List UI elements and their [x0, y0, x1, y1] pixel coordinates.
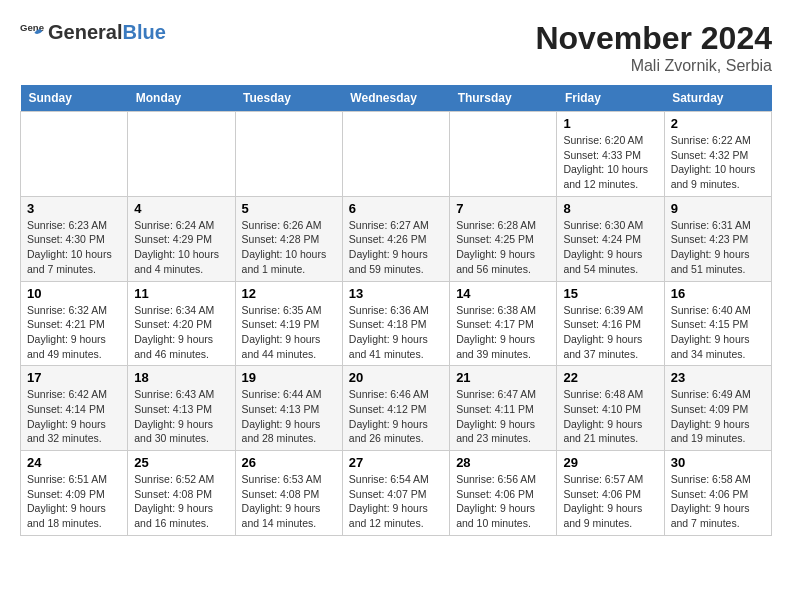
day-number: 14 [456, 286, 550, 301]
calendar-cell: 8Sunrise: 6:30 AM Sunset: 4:24 PM Daylig… [557, 196, 664, 281]
day-info: Sunrise: 6:24 AM Sunset: 4:29 PM Dayligh… [134, 218, 228, 277]
day-info: Sunrise: 6:40 AM Sunset: 4:15 PM Dayligh… [671, 303, 765, 362]
calendar-cell: 9Sunrise: 6:31 AM Sunset: 4:23 PM Daylig… [664, 196, 771, 281]
weekday-header-tuesday: Tuesday [235, 85, 342, 112]
day-info: Sunrise: 6:56 AM Sunset: 4:06 PM Dayligh… [456, 472, 550, 531]
day-number: 23 [671, 370, 765, 385]
calendar-cell: 18Sunrise: 6:43 AM Sunset: 4:13 PM Dayli… [128, 366, 235, 451]
calendar-cell: 13Sunrise: 6:36 AM Sunset: 4:18 PM Dayli… [342, 281, 449, 366]
day-number: 20 [349, 370, 443, 385]
weekday-header-saturday: Saturday [664, 85, 771, 112]
day-number: 26 [242, 455, 336, 470]
calendar-header: SundayMondayTuesdayWednesdayThursdayFrid… [21, 85, 772, 112]
day-number: 1 [563, 116, 657, 131]
day-number: 2 [671, 116, 765, 131]
calendar-cell: 28Sunrise: 6:56 AM Sunset: 4:06 PM Dayli… [450, 451, 557, 536]
calendar-cell: 12Sunrise: 6:35 AM Sunset: 4:19 PM Dayli… [235, 281, 342, 366]
day-number: 5 [242, 201, 336, 216]
calendar-cell: 27Sunrise: 6:54 AM Sunset: 4:07 PM Dayli… [342, 451, 449, 536]
day-info: Sunrise: 6:32 AM Sunset: 4:21 PM Dayligh… [27, 303, 121, 362]
day-info: Sunrise: 6:42 AM Sunset: 4:14 PM Dayligh… [27, 387, 121, 446]
logo-blue: Blue [122, 21, 165, 44]
day-info: Sunrise: 6:49 AM Sunset: 4:09 PM Dayligh… [671, 387, 765, 446]
day-number: 30 [671, 455, 765, 470]
day-info: Sunrise: 6:30 AM Sunset: 4:24 PM Dayligh… [563, 218, 657, 277]
calendar-cell: 25Sunrise: 6:52 AM Sunset: 4:08 PM Dayli… [128, 451, 235, 536]
day-info: Sunrise: 6:44 AM Sunset: 4:13 PM Dayligh… [242, 387, 336, 446]
day-number: 12 [242, 286, 336, 301]
calendar-cell: 7Sunrise: 6:28 AM Sunset: 4:25 PM Daylig… [450, 196, 557, 281]
day-info: Sunrise: 6:54 AM Sunset: 4:07 PM Dayligh… [349, 472, 443, 531]
day-info: Sunrise: 6:43 AM Sunset: 4:13 PM Dayligh… [134, 387, 228, 446]
weekday-header-wednesday: Wednesday [342, 85, 449, 112]
day-info: Sunrise: 6:35 AM Sunset: 4:19 PM Dayligh… [242, 303, 336, 362]
calendar-cell [21, 112, 128, 197]
calendar-cell: 21Sunrise: 6:47 AM Sunset: 4:11 PM Dayli… [450, 366, 557, 451]
calendar-cell: 30Sunrise: 6:58 AM Sunset: 4:06 PM Dayli… [664, 451, 771, 536]
day-number: 16 [671, 286, 765, 301]
day-number: 19 [242, 370, 336, 385]
day-number: 22 [563, 370, 657, 385]
day-number: 15 [563, 286, 657, 301]
day-number: 25 [134, 455, 228, 470]
day-info: Sunrise: 6:53 AM Sunset: 4:08 PM Dayligh… [242, 472, 336, 531]
title-area: November 2024 Mali Zvornik, Serbia [535, 20, 772, 75]
calendar-cell: 20Sunrise: 6:46 AM Sunset: 4:12 PM Dayli… [342, 366, 449, 451]
calendar-cell: 3Sunrise: 6:23 AM Sunset: 4:30 PM Daylig… [21, 196, 128, 281]
calendar-cell: 2Sunrise: 6:22 AM Sunset: 4:32 PM Daylig… [664, 112, 771, 197]
calendar-cell: 14Sunrise: 6:38 AM Sunset: 4:17 PM Dayli… [450, 281, 557, 366]
day-info: Sunrise: 6:22 AM Sunset: 4:32 PM Dayligh… [671, 133, 765, 192]
day-number: 13 [349, 286, 443, 301]
calendar-cell: 19Sunrise: 6:44 AM Sunset: 4:13 PM Dayli… [235, 366, 342, 451]
day-info: Sunrise: 6:51 AM Sunset: 4:09 PM Dayligh… [27, 472, 121, 531]
day-info: Sunrise: 6:20 AM Sunset: 4:33 PM Dayligh… [563, 133, 657, 192]
calendar-cell: 16Sunrise: 6:40 AM Sunset: 4:15 PM Dayli… [664, 281, 771, 366]
weekday-header-thursday: Thursday [450, 85, 557, 112]
day-number: 10 [27, 286, 121, 301]
day-info: Sunrise: 6:36 AM Sunset: 4:18 PM Dayligh… [349, 303, 443, 362]
day-number: 18 [134, 370, 228, 385]
weekday-header-sunday: Sunday [21, 85, 128, 112]
day-info: Sunrise: 6:57 AM Sunset: 4:06 PM Dayligh… [563, 472, 657, 531]
day-info: Sunrise: 6:31 AM Sunset: 4:23 PM Dayligh… [671, 218, 765, 277]
day-info: Sunrise: 6:38 AM Sunset: 4:17 PM Dayligh… [456, 303, 550, 362]
location-title: Mali Zvornik, Serbia [535, 57, 772, 75]
day-number: 21 [456, 370, 550, 385]
calendar-week-row: 24Sunrise: 6:51 AM Sunset: 4:09 PM Dayli… [21, 451, 772, 536]
day-info: Sunrise: 6:26 AM Sunset: 4:28 PM Dayligh… [242, 218, 336, 277]
day-info: Sunrise: 6:48 AM Sunset: 4:10 PM Dayligh… [563, 387, 657, 446]
calendar-cell: 22Sunrise: 6:48 AM Sunset: 4:10 PM Dayli… [557, 366, 664, 451]
logo-general: General [48, 21, 122, 44]
day-info: Sunrise: 6:28 AM Sunset: 4:25 PM Dayligh… [456, 218, 550, 277]
logo: General General Blue [20, 20, 166, 44]
weekday-header-monday: Monday [128, 85, 235, 112]
day-number: 4 [134, 201, 228, 216]
day-info: Sunrise: 6:46 AM Sunset: 4:12 PM Dayligh… [349, 387, 443, 446]
calendar-cell: 24Sunrise: 6:51 AM Sunset: 4:09 PM Dayli… [21, 451, 128, 536]
day-info: Sunrise: 6:34 AM Sunset: 4:20 PM Dayligh… [134, 303, 228, 362]
calendar-cell: 10Sunrise: 6:32 AM Sunset: 4:21 PM Dayli… [21, 281, 128, 366]
calendar-table: SundayMondayTuesdayWednesdayThursdayFrid… [20, 85, 772, 536]
day-number: 3 [27, 201, 121, 216]
day-number: 28 [456, 455, 550, 470]
day-number: 6 [349, 201, 443, 216]
calendar-week-row: 1Sunrise: 6:20 AM Sunset: 4:33 PM Daylig… [21, 112, 772, 197]
day-info: Sunrise: 6:39 AM Sunset: 4:16 PM Dayligh… [563, 303, 657, 362]
day-info: Sunrise: 6:23 AM Sunset: 4:30 PM Dayligh… [27, 218, 121, 277]
calendar-cell: 15Sunrise: 6:39 AM Sunset: 4:16 PM Dayli… [557, 281, 664, 366]
calendar-week-row: 17Sunrise: 6:42 AM Sunset: 4:14 PM Dayli… [21, 366, 772, 451]
month-title: November 2024 [535, 20, 772, 57]
day-info: Sunrise: 6:47 AM Sunset: 4:11 PM Dayligh… [456, 387, 550, 446]
logo-icon: General [20, 20, 44, 44]
calendar-week-row: 10Sunrise: 6:32 AM Sunset: 4:21 PM Dayli… [21, 281, 772, 366]
day-number: 24 [27, 455, 121, 470]
calendar-cell [450, 112, 557, 197]
header: General General Blue November 2024 Mali … [20, 20, 772, 75]
calendar-body: 1Sunrise: 6:20 AM Sunset: 4:33 PM Daylig… [21, 112, 772, 536]
weekday-header-row: SundayMondayTuesdayWednesdayThursdayFrid… [21, 85, 772, 112]
calendar-cell: 5Sunrise: 6:26 AM Sunset: 4:28 PM Daylig… [235, 196, 342, 281]
calendar-week-row: 3Sunrise: 6:23 AM Sunset: 4:30 PM Daylig… [21, 196, 772, 281]
calendar-cell [342, 112, 449, 197]
day-number: 9 [671, 201, 765, 216]
calendar-cell: 23Sunrise: 6:49 AM Sunset: 4:09 PM Dayli… [664, 366, 771, 451]
